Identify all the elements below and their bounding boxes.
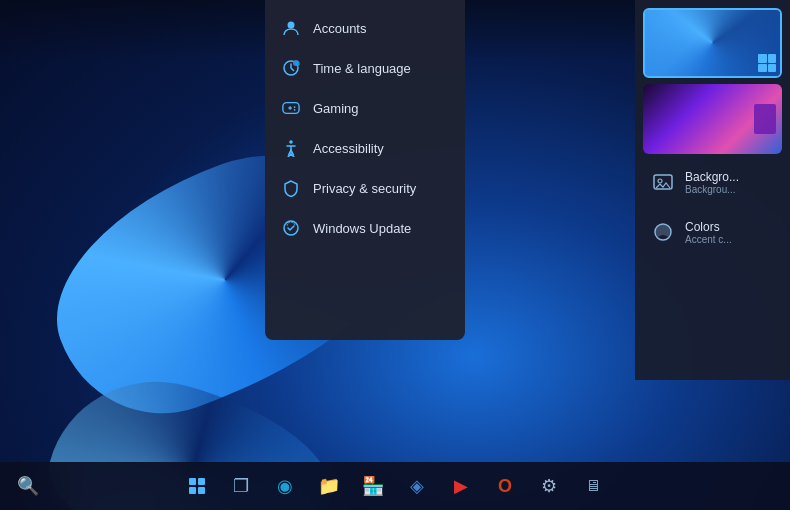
menu-item-gaming[interactable]: Gaming [265,88,465,128]
taskbar-start-button[interactable] [177,466,217,506]
taskbar-file-explorer-button[interactable]: 📁 [309,466,349,506]
menu-item-accounts[interactable]: Accounts [265,8,465,48]
svg-point-7 [294,106,296,108]
taskbar-settings-button[interactable]: ⚙ [529,466,569,506]
menu-item-windows-update[interactable]: Windows Update [265,208,465,248]
taskbar-task-view-button[interactable]: ❐ [221,466,261,506]
taskbar-search-button[interactable]: 🔍 [8,466,48,506]
thumb2-accent-rect [754,104,776,134]
accounts-icon [281,18,301,38]
time-language-label: Time & language [313,61,411,76]
taskbar-youtube-button[interactable]: ▶ [441,466,481,506]
privacy-security-label: Privacy & security [313,181,416,196]
gaming-icon [281,98,301,118]
privacy-security-icon [281,178,301,198]
edge-icon: ◉ [277,475,293,497]
accounts-label: Accounts [313,21,366,36]
office-icon: O [498,476,512,497]
colors-title: Colors [685,220,732,234]
accessibility-icon [281,138,301,158]
search-icon: 🔍 [17,475,39,497]
windows-update-icon [281,218,301,238]
windows-update-label: Windows Update [313,221,411,236]
taskbar-edge-button[interactable]: ◉ [265,466,305,506]
svg-text:🌐: 🌐 [295,61,300,66]
windows-logo-icon [189,478,205,494]
background-settings-text: Backgro... Backgrou... [685,170,739,195]
display-icon: 🖥 [585,477,601,495]
menu-item-time-language[interactable]: 🌐 Time & language [265,48,465,88]
colors-settings-text: Colors Accent c... [685,220,732,245]
taskbar: 🔍 ❐ ◉ 📁 🏪 ◈ [0,462,790,510]
gaming-label: Gaming [313,101,359,116]
right-settings-panel: Backgro... Backgrou... Colors Accent c..… [635,0,790,380]
store-icon: 🏪 [362,475,384,497]
colors-subtitle: Accent c... [685,234,732,245]
svg-point-9 [289,140,293,144]
background-settings-icon [649,168,677,196]
right-panel-background-item[interactable]: Backgro... Backgrou... [643,160,782,204]
file-explorer-icon: 📁 [318,475,340,497]
svg-point-8 [294,109,296,111]
accessibility-label: Accessibility [313,141,384,156]
youtube-icon: ▶ [454,475,468,497]
taskbar-edge-canary-button[interactable]: ◈ [397,466,437,506]
background-title: Backgro... [685,170,739,184]
taskbar-display-button[interactable]: 🖥 [573,466,613,506]
settings-menu: Accounts 🌐 Time & language Gaming [265,0,465,340]
edge-canary-icon: ◈ [410,475,424,497]
menu-item-accessibility[interactable]: Accessibility [265,128,465,168]
taskbar-left: 🔍 [8,466,48,506]
taskbar-center-icons: ❐ ◉ 📁 🏪 ◈ ▶ O ⚙ 🖥 [177,466,613,506]
svg-point-14 [658,179,662,183]
taskbar-office-button[interactable]: O [485,466,525,506]
settings-gear-icon: ⚙ [541,475,557,497]
wallpaper-thumbnail-1[interactable] [643,8,782,78]
background-subtitle: Backgrou... [685,184,739,195]
right-panel-colors-item[interactable]: Colors Accent c... [643,210,782,254]
task-view-icon: ❐ [233,475,249,497]
time-language-icon: 🌐 [281,58,301,78]
taskbar-store-button[interactable]: 🏪 [353,466,393,506]
wallpaper-thumbnail-2[interactable] [643,84,782,154]
colors-settings-icon [649,218,677,246]
svg-point-0 [288,22,295,29]
menu-item-privacy-security[interactable]: Privacy & security [265,168,465,208]
windows-logo-badge-1 [758,54,776,72]
